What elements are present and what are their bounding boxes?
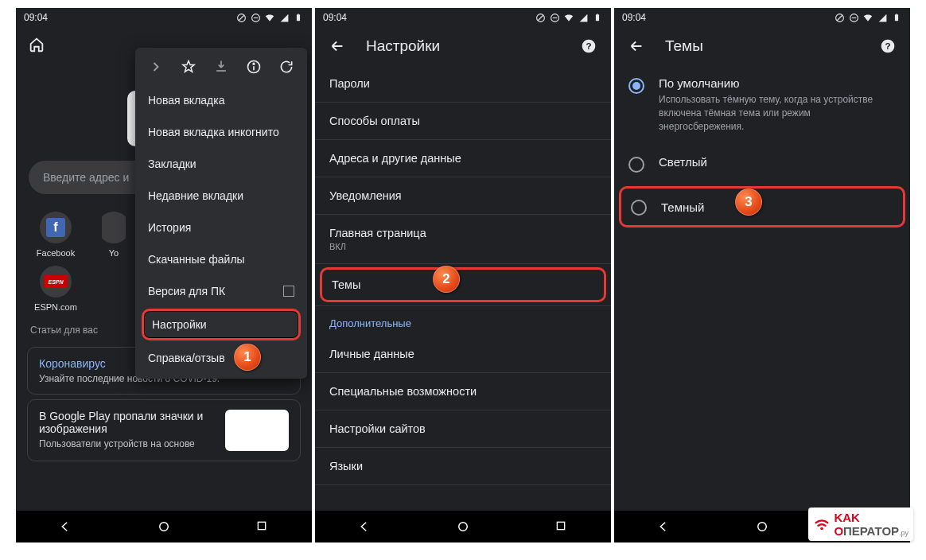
battery-icon [293, 12, 304, 23]
radio-icon[interactable] [628, 157, 644, 173]
tile-youtube[interactable]: Yo [102, 212, 126, 258]
menu-history[interactable]: История [135, 212, 307, 243]
watermark-logo: KAK ОПЕРАТОР.ру [808, 508, 913, 541]
settings-row-addresses[interactable]: Адреса и другие данные [315, 140, 611, 177]
svg-rect-19 [596, 14, 599, 21]
back-icon[interactable] [328, 37, 347, 56]
dash-icon [250, 12, 261, 23]
help-icon[interactable]: ? [878, 37, 897, 56]
android-navbar [16, 511, 312, 542]
home-nav-icon[interactable] [456, 519, 470, 534]
do-not-disturb-icon [834, 12, 845, 23]
themes-appbar: Темы ? [614, 27, 910, 65]
svg-rect-5 [298, 14, 299, 14]
help-icon[interactable]: ? [579, 37, 598, 56]
svg-line-26 [837, 15, 842, 21]
theme-option-light[interactable]: Светлый [614, 144, 910, 184]
battery-icon [891, 12, 902, 23]
status-bar: 09:04 [315, 8, 611, 27]
signal-icon [877, 12, 888, 23]
wifi-icon [862, 12, 873, 23]
dash-icon [549, 12, 560, 23]
checkbox-icon[interactable] [283, 286, 294, 297]
svg-rect-20 [597, 14, 598, 14]
settings-row-privacy[interactable]: Личные данные [315, 336, 611, 373]
do-not-disturb-icon [235, 12, 247, 23]
menu-new-incognito[interactable]: Новая вкладка инкогнито [135, 116, 307, 148]
themes-list: По умолчанию Использовать тёмную тему, к… [614, 65, 910, 511]
menu-recent-tabs[interactable]: Недавние вкладки [135, 180, 307, 212]
menu-settings[interactable]: Настройки [142, 309, 301, 340]
status-time: 09:04 [622, 12, 646, 23]
svg-rect-4 [297, 14, 300, 21]
phone-panel-3: 09:04 Темы ? По умолчанию Использовать т… [614, 8, 910, 542]
settings-row-payment[interactable]: Способы оплаты [315, 103, 611, 140]
settings-list: Пароли Способы оплаты Адреса и другие да… [315, 65, 611, 511]
status-time: 09:04 [24, 12, 48, 23]
menu-downloads[interactable]: Скачанные файлы [135, 243, 307, 275]
svg-text:?: ? [885, 41, 890, 51]
wifi-icon [563, 12, 574, 23]
theme-option-dark[interactable]: Темный [619, 186, 905, 228]
search-placeholder: Введите адрес и [43, 171, 129, 184]
info-icon[interactable] [244, 57, 263, 76]
article-thumb [225, 410, 289, 451]
svg-point-12 [253, 63, 255, 64]
page-title: Темы [665, 37, 859, 55]
svg-rect-24 [557, 522, 564, 529]
article-card-googleplay[interactable]: В Google Play пропали значки и изображен… [27, 399, 301, 461]
forward-icon[interactable] [146, 57, 165, 76]
status-bar: 09:04 [614, 8, 910, 27]
svg-line-16 [538, 15, 543, 21]
overflow-menu: Новая вкладка Новая вкладка инкогнито За… [135, 48, 307, 379]
radio-icon[interactable] [631, 200, 647, 216]
svg-text:?: ? [586, 41, 591, 51]
radio-icon[interactable] [628, 78, 644, 94]
settings-row-site-settings[interactable]: Настройки сайтов [315, 410, 611, 448]
svg-rect-9 [216, 70, 226, 72]
star-icon[interactable] [179, 57, 198, 76]
signal-icon [578, 12, 589, 23]
settings-row-themes[interactable]: Темы [320, 267, 606, 302]
recents-nav-icon[interactable] [255, 519, 270, 534]
back-nav-icon[interactable] [357, 519, 372, 534]
svg-rect-30 [896, 14, 897, 14]
menu-new-tab[interactable]: Новая вкладка [135, 84, 307, 116]
menu-help[interactable]: Справка/отзыв [135, 342, 307, 374]
svg-rect-14 [258, 522, 265, 529]
recents-nav-icon[interactable] [554, 519, 569, 534]
settings-row-passwords[interactable]: Пароли [315, 65, 611, 103]
status-bar: 09:04 [16, 8, 312, 27]
svg-rect-29 [895, 14, 898, 21]
android-navbar [315, 511, 611, 542]
svg-point-33 [758, 523, 767, 531]
settings-row-accessibility[interactable]: Специальные возможности [315, 373, 611, 410]
settings-row-homepage[interactable]: Главная страница ВКЛ [315, 215, 611, 264]
phone-panel-2: 09:04 Настройки ? Пароли Способы оплаты … [315, 8, 611, 542]
tile-espn[interactable]: ESPN ESPN.com [32, 266, 80, 312]
dash-icon [848, 12, 859, 23]
home-icon[interactable] [27, 35, 46, 54]
reload-icon[interactable] [277, 57, 296, 76]
signal-icon [278, 12, 290, 23]
menu-desktop-site[interactable]: Версия для ПК [135, 275, 307, 307]
back-nav-icon[interactable] [58, 519, 72, 534]
settings-section-advanced: Дополнительные [315, 306, 611, 336]
settings-row-languages[interactable]: Языки [315, 448, 611, 485]
home-nav-icon[interactable] [157, 519, 171, 534]
download-icon[interactable] [212, 57, 231, 76]
svg-point-35 [821, 527, 824, 531]
svg-point-13 [160, 523, 169, 531]
tile-facebook[interactable]: f Facebook [32, 212, 80, 258]
status-time: 09:04 [323, 12, 347, 23]
theme-option-default[interactable]: По умолчанию Использовать тёмную тему, к… [614, 65, 910, 144]
home-nav-icon[interactable] [755, 519, 769, 534]
back-nav-icon[interactable] [656, 519, 671, 534]
back-icon[interactable] [627, 37, 646, 56]
menu-bookmarks[interactable]: Закладки [135, 148, 307, 180]
settings-row-notifications[interactable]: Уведомления [315, 177, 611, 215]
wifi-logo-icon [813, 515, 831, 533]
phone-panel-1: 09:04 G [16, 8, 312, 542]
do-not-disturb-icon [535, 12, 546, 23]
page-title: Настройки [366, 37, 560, 55]
